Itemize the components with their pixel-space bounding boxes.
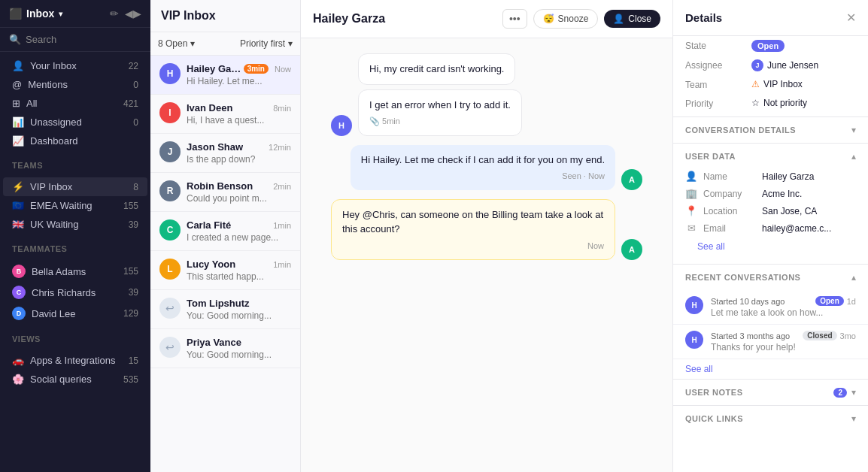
conversation-details-header[interactable]: CONVERSATION DETAILS ▾ xyxy=(673,117,868,143)
conversation-item[interactable]: J Jason Shaw 12min Is the app down? xyxy=(150,134,300,173)
conv-item-name: Priya Vance xyxy=(187,337,241,348)
see-all-recent-convs[interactable]: See all xyxy=(673,359,868,379)
recent-conv-avatar: H xyxy=(685,296,703,314)
sidebar-search-row[interactable]: 🔍 Search xyxy=(0,28,150,52)
conv-avatar: L xyxy=(159,259,181,280)
conversation-item[interactable]: L Lucy Yoon 1min This started happ... xyxy=(150,251,300,290)
details-assignee-row: Assignee J June Jensen xyxy=(673,56,868,75)
sidebar-item-social-queries[interactable]: 🌸 Social queries 535 xyxy=(3,370,147,389)
building-icon: 🏢 xyxy=(685,188,697,199)
more-options-button[interactable]: ••• xyxy=(502,9,527,29)
sidebar-item-unassigned[interactable]: 📊 Unassigned 0 xyxy=(3,113,147,132)
conv-item-top: Robin Benson 2min xyxy=(187,180,291,192)
collapse-icon[interactable]: ◀▶ xyxy=(125,8,141,20)
recent-conv-body: Started 10 days ago Open 1d Let me take … xyxy=(711,296,856,318)
conversation-item[interactable]: ↩ Tom Lipshutz You: Good morning... xyxy=(150,290,300,329)
conv-item-time: 12min xyxy=(269,143,291,152)
conv-item-top: Hailey Garza 3min xyxy=(187,63,269,74)
conv-list-toolbar: 8 Open ▾ Priority first ▾ xyxy=(150,32,300,56)
user-data-header[interactable]: USER DATA ▴ xyxy=(685,151,856,162)
conversation-item[interactable]: I Ivan Deen 8min Hi, I have a quest... xyxy=(150,95,300,134)
conv-item-name: Robin Benson xyxy=(187,180,253,192)
details-panel: Details ✕ State Open Assignee J June Jen… xyxy=(672,0,868,472)
recent-conv-top: Started 10 days ago Open 1d xyxy=(711,296,856,306)
sidebar-item-dashboard[interactable]: 📈 Dashboard xyxy=(3,132,147,150)
teammate-avatar: C xyxy=(12,286,26,299)
recent-conversation-item[interactable]: H Started 3 months ago Closed 3mo Thanks… xyxy=(673,325,868,359)
details-state-key: State xyxy=(685,40,745,51)
close-conversation-button[interactable]: 👤 Close xyxy=(604,10,660,28)
sidebar-item-all[interactable]: ⊞ All 421 xyxy=(3,94,147,113)
message-group-right: Hi Hailey. Let me check if I can add it … xyxy=(351,145,615,190)
teammate-label: David Lee xyxy=(32,308,76,319)
sidebar-team-count: 39 xyxy=(129,219,138,230)
teammate-avatar: B xyxy=(12,265,26,278)
details-priority-key: Priority xyxy=(685,98,745,109)
user-name-row: 👤 Name Hailey Garza xyxy=(685,168,856,185)
sidebar-header: ⬛ Inbox ▾ ✏ ◀▶ xyxy=(0,0,150,28)
conversation-item[interactable]: ↩ Priya Vance You: Good morning... xyxy=(150,329,300,368)
recent-conversation-item[interactable]: H Started 10 days ago Open 1d Let me tak… xyxy=(673,290,868,325)
sidebar-logo[interactable]: ⬛ Inbox ▾ xyxy=(9,8,62,20)
chevron-up-icon: ▴ xyxy=(851,272,856,283)
sidebar-item-emea-waiting[interactable]: 🇪🇺 EMEA Waiting 155 xyxy=(3,196,147,215)
quick-links-section[interactable]: QUICK LINKS ▾ xyxy=(673,406,868,431)
conv-avatar: C xyxy=(159,219,181,241)
sidebar-item-your-inbox[interactable]: 👤 Your Inbox 22 xyxy=(3,56,147,75)
chart-icon: 📊 xyxy=(12,116,24,128)
agent-avatar: A xyxy=(621,239,642,260)
teammate-count: 155 xyxy=(123,266,138,277)
details-close-button[interactable]: ✕ xyxy=(846,11,856,25)
sidebar-item-apps-integrations[interactable]: 🚗 Apps & Integrations 15 xyxy=(3,351,147,370)
recent-conv-preview: Let me take a look on how... xyxy=(711,307,856,318)
conv-item-body: Lucy Yoon 1min This started happ... xyxy=(187,259,291,282)
snooze-button[interactable]: 😴 Snooze xyxy=(533,9,599,29)
sidebar-nav-label: Unassigned xyxy=(30,116,82,128)
recent-conv-date: Started 10 days ago xyxy=(711,297,785,306)
conversation-item[interactable]: R Robin Benson 2min Could you point m... xyxy=(150,173,300,212)
sidebar-nav-count: 0 xyxy=(133,117,138,128)
priority-value: Not priority xyxy=(763,98,807,108)
recent-conv-time: 1d xyxy=(847,297,856,306)
conv-item-top: Carla Fité 1min xyxy=(187,219,291,231)
recent-conv-date: Started 3 months ago xyxy=(711,331,790,340)
priority-filter-button[interactable]: Priority first ▾ xyxy=(240,38,293,49)
assignee-avatar: J xyxy=(751,59,763,71)
recent-conversations-header[interactable]: RECENT CONVERSATIONS ▴ xyxy=(673,265,868,290)
chevron-down-icon: ▾ xyxy=(288,38,293,49)
details-priority-row: Priority ☆ Not priority xyxy=(673,94,868,116)
conv-item-badge: 3min xyxy=(244,64,269,74)
sidebar-item-bella-adams[interactable]: B Bella Adams 155 xyxy=(3,261,147,282)
sidebar-nav-count: 22 xyxy=(129,61,138,71)
sidebar-item-mentions[interactable]: @ Mentions 0 xyxy=(3,75,147,94)
sidebar-item-chris-richards[interactable]: C Chris Richards 39 xyxy=(3,282,147,303)
recent-conv-body: Started 3 months ago Closed 3mo Thanks f… xyxy=(711,331,856,352)
user-company-row: 🏢 Company Acme Inc. xyxy=(685,185,856,202)
conversation-item[interactable]: H Hailey Garza 3min Hi Hailey. Let me...… xyxy=(150,56,300,95)
sidebar-item-david-lee[interactable]: D David Lee 129 xyxy=(3,303,147,324)
user-notes-section[interactable]: USER NOTES 2 ▾ xyxy=(673,380,868,406)
compose-icon[interactable]: ✏ xyxy=(110,8,119,20)
sidebar-team-label: EMEA Waiting xyxy=(30,200,93,211)
search-icon: 🔍 xyxy=(9,34,21,45)
message-meta: Now xyxy=(342,240,604,253)
details-priority-val: ☆ Not priority xyxy=(751,98,807,108)
chevron-up-icon: ▴ xyxy=(851,151,856,162)
message-text: I get an error when I try to add it. xyxy=(369,99,511,110)
open-filter-button[interactable]: 8 Open ▾ xyxy=(158,38,195,49)
message-text: Hi Hailey. Let me check if I can add it … xyxy=(361,154,605,165)
details-team-row: Team ⚠ VIP Inbox xyxy=(673,75,868,94)
recent-conv-time: 3mo xyxy=(840,331,856,340)
sidebar-item-uk-waiting[interactable]: 🇬🇧 UK Waiting 39 xyxy=(3,215,147,234)
chevron-down-icon: ▾ xyxy=(851,387,856,398)
conv-avatar-bot: ↩ xyxy=(159,337,181,358)
recent-conv-status-badge: Open xyxy=(815,296,844,306)
recent-conversations-label: RECENT CONVERSATIONS xyxy=(685,273,800,282)
message-meta: Seen · Now xyxy=(361,170,605,183)
see-all-user-data[interactable]: See all xyxy=(685,237,856,256)
conversation-item[interactable]: C Carla Fité 1min I created a new page..… xyxy=(150,212,300,251)
assignee-name: June Jensen xyxy=(767,60,818,71)
conv-avatar-bot: ↩ xyxy=(159,298,181,319)
sidebar-item-vip-inbox[interactable]: ⚡ VIP Inbox 8 xyxy=(3,177,147,196)
conv-item-preview: Hi, I have a quest... xyxy=(187,115,291,126)
